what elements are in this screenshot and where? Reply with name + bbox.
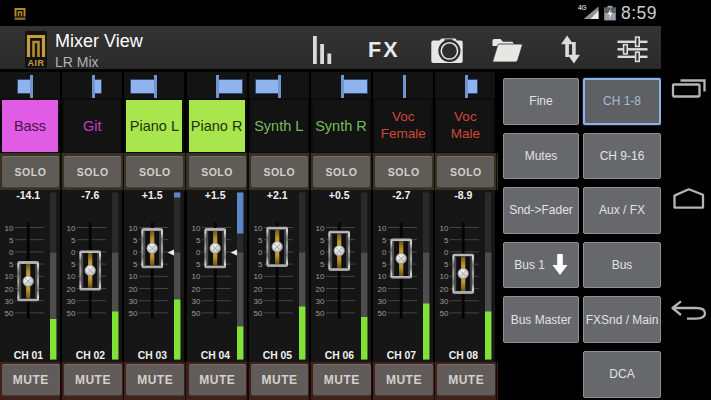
svg-text:30: 30	[67, 296, 76, 305]
svg-text:30: 30	[440, 296, 449, 305]
svg-text:30: 30	[5, 296, 14, 305]
svg-text:5: 5	[196, 235, 201, 244]
svg-text:50: 50	[129, 308, 138, 317]
svg-text:50: 50	[5, 308, 14, 317]
svg-text:20: 20	[67, 284, 76, 293]
svg-text:+2.1: +2.1	[267, 190, 288, 201]
svg-text:50: 50	[316, 308, 325, 317]
svg-text:10: 10	[5, 272, 14, 281]
svg-text:5: 5	[71, 260, 76, 269]
svg-text:CH 01: CH 01	[14, 349, 44, 360]
svg-text:AIR: AIR	[28, 58, 45, 68]
svg-text:-7.6: -7.6	[81, 190, 99, 201]
svg-text:20: 20	[191, 284, 200, 293]
svg-text:0: 0	[382, 247, 387, 256]
svg-text:10: 10	[253, 223, 262, 232]
svg-text:0: 0	[320, 247, 325, 256]
svg-text:20: 20	[129, 284, 138, 293]
svg-text:5: 5	[196, 260, 201, 269]
svg-text:10: 10	[129, 272, 138, 281]
svg-text:10: 10	[440, 223, 449, 232]
svg-text:50: 50	[253, 308, 262, 317]
svg-text:30: 30	[253, 296, 262, 305]
svg-text:30: 30	[191, 296, 200, 305]
svg-text:5: 5	[9, 260, 14, 269]
svg-text:10: 10	[67, 272, 76, 281]
svg-text:0: 0	[444, 247, 449, 256]
svg-text:30: 30	[378, 296, 387, 305]
svg-text:5: 5	[258, 260, 263, 269]
svg-text:5: 5	[71, 235, 76, 244]
svg-text:0: 0	[196, 247, 201, 256]
svg-text:10: 10	[316, 272, 325, 281]
svg-text:-2.7: -2.7	[392, 190, 410, 201]
svg-text:10: 10	[129, 223, 138, 232]
svg-text:10: 10	[316, 223, 325, 232]
svg-text:10: 10	[440, 272, 449, 281]
svg-text:CH 07: CH 07	[387, 349, 417, 360]
svg-text:5: 5	[320, 260, 325, 269]
svg-text:10: 10	[378, 223, 387, 232]
svg-text:20: 20	[378, 284, 387, 293]
svg-text:-14.1: -14.1	[16, 190, 40, 201]
svg-text:CH 06: CH 06	[325, 349, 355, 360]
svg-text:CH 03: CH 03	[138, 349, 168, 360]
svg-text:0: 0	[133, 247, 138, 256]
svg-text:20: 20	[253, 284, 262, 293]
svg-text:CH 02: CH 02	[76, 349, 106, 360]
svg-text:10: 10	[253, 272, 262, 281]
svg-text:5: 5	[382, 235, 387, 244]
svg-text:30: 30	[316, 296, 325, 305]
svg-text:5: 5	[382, 260, 387, 269]
svg-text:0: 0	[258, 247, 263, 256]
svg-text:50: 50	[191, 308, 200, 317]
svg-text:CH 08: CH 08	[449, 349, 479, 360]
svg-text:5: 5	[320, 235, 325, 244]
svg-text:50: 50	[67, 308, 76, 317]
svg-text:10: 10	[378, 272, 387, 281]
svg-text:10: 10	[67, 223, 76, 232]
svg-text:10: 10	[5, 223, 14, 232]
svg-text:50: 50	[440, 308, 449, 317]
svg-text:50: 50	[378, 308, 387, 317]
svg-text:+1.5: +1.5	[142, 190, 163, 201]
svg-text:+1.5: +1.5	[204, 190, 225, 201]
svg-text:CH 05: CH 05	[262, 349, 292, 360]
svg-text:20: 20	[5, 284, 14, 293]
svg-text:20: 20	[316, 284, 325, 293]
svg-text:5: 5	[258, 235, 263, 244]
svg-text:CH 04: CH 04	[200, 349, 230, 360]
svg-text:-8.9: -8.9	[455, 190, 473, 201]
svg-text:5: 5	[444, 235, 449, 244]
svg-text:+0.5: +0.5	[329, 190, 350, 201]
svg-text:10: 10	[191, 223, 200, 232]
svg-text:20: 20	[440, 284, 449, 293]
svg-text:0: 0	[71, 247, 76, 256]
svg-text:0: 0	[9, 247, 14, 256]
svg-text:5: 5	[444, 260, 449, 269]
svg-text:5: 5	[133, 260, 138, 269]
svg-text:30: 30	[129, 296, 138, 305]
svg-text:10: 10	[191, 272, 200, 281]
svg-text:5: 5	[9, 235, 14, 244]
svg-text:5: 5	[133, 235, 138, 244]
